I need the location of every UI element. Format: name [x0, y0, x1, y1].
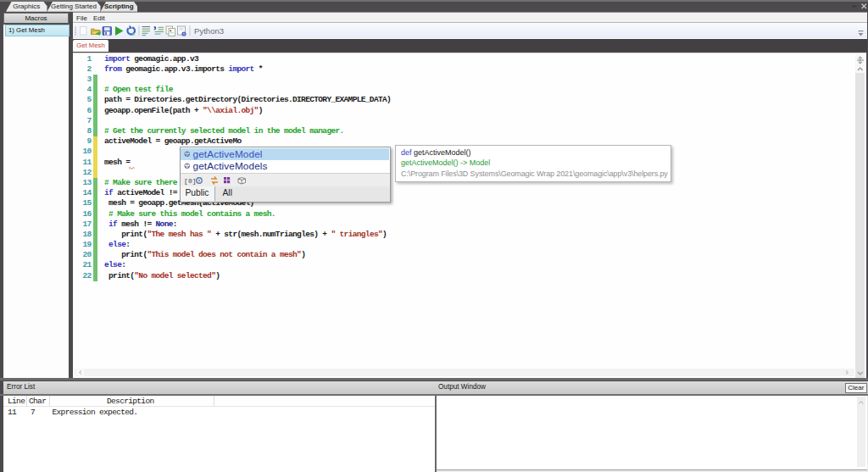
- svg-text:Python3: Python3: [194, 26, 224, 36]
- svg-text:[0]: [0]: [184, 177, 197, 185]
